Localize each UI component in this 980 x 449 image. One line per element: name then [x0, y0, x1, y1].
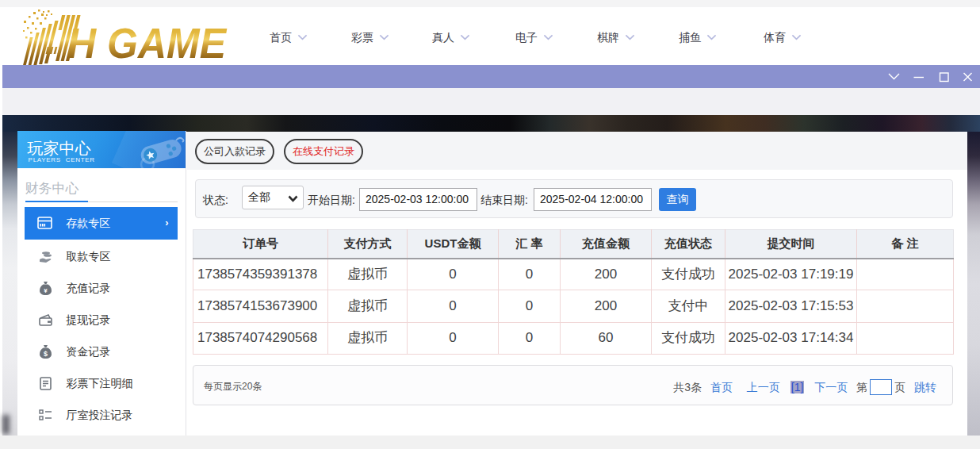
svg-text:¥: ¥ [44, 287, 48, 294]
svg-text:$: $ [44, 350, 48, 358]
svg-text:H GAME: H GAME [67, 19, 228, 65]
